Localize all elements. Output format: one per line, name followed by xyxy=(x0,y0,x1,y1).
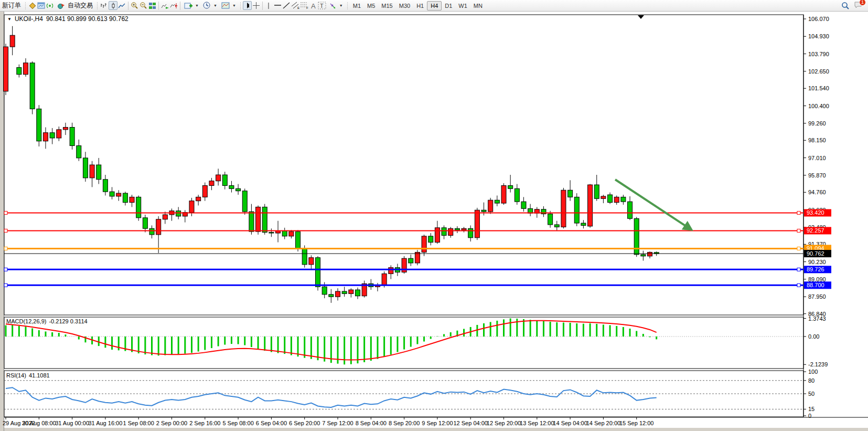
timeframe-d1[interactable]: D1 xyxy=(442,1,455,10)
new-order-label: 新订单 xyxy=(2,1,21,10)
periods-button[interactable]: ▼ xyxy=(201,1,219,11)
svg-text:100.400: 100.400 xyxy=(808,103,829,109)
svg-text:89.726: 89.726 xyxy=(807,266,824,272)
svg-text:8 Sep 04:00: 8 Sep 04:00 xyxy=(356,420,387,426)
chevron-down-icon: ▼ xyxy=(339,4,343,7)
svg-text:102.650: 102.650 xyxy=(808,68,829,75)
svg-text:104.930: 104.930 xyxy=(808,33,829,39)
time-axis[interactable]: 29 Aug 202230 Aug 08:0031 Aug 00:0031 Au… xyxy=(3,417,653,426)
crosshair-icon[interactable] xyxy=(252,1,261,10)
svg-text:1 Sep 08:00: 1 Sep 08:00 xyxy=(123,420,154,426)
svg-text:89.090: 89.090 xyxy=(808,276,826,282)
tile-windows-icon[interactable] xyxy=(148,1,157,10)
svg-text:87.950: 87.950 xyxy=(808,293,826,300)
templates-button[interactable]: ▼ xyxy=(219,1,238,11)
line-chart-icon[interactable] xyxy=(117,1,126,10)
fibonacci-icon[interactable]: F xyxy=(300,1,309,10)
cursor-icon[interactable] xyxy=(243,1,252,10)
auto-trading-label: 自动交易 xyxy=(68,1,93,10)
timeframe-h4[interactable]: H4 xyxy=(427,1,442,10)
svg-text:50: 50 xyxy=(808,391,815,397)
svg-text:5 Sep 08:00: 5 Sep 08:00 xyxy=(222,420,253,426)
chart-canvas[interactable]: 106.070104.930103.790102.650101.540100.4… xyxy=(0,12,868,431)
svg-text:97.010: 97.010 xyxy=(808,155,826,161)
svg-text:93.420: 93.420 xyxy=(807,209,824,216)
auto-trading-icon xyxy=(57,1,66,10)
svg-text:101.540: 101.540 xyxy=(808,85,829,91)
svg-text:T: T xyxy=(320,3,324,9)
svg-text:31 Aug 00:00: 31 Aug 00:00 xyxy=(55,420,89,426)
svg-text:14 Sep 20:00: 14 Sep 20:00 xyxy=(586,420,620,426)
text-label-icon[interactable]: T xyxy=(318,1,327,10)
candlestick-chart-icon[interactable] xyxy=(109,1,117,10)
new-order-button[interactable]: 新订单 xyxy=(0,1,23,11)
text-icon[interactable]: A xyxy=(309,1,318,10)
svg-text:13 Sep 12:00: 13 Sep 12:00 xyxy=(520,420,554,426)
equidistant-channel-icon[interactable]: E xyxy=(291,1,300,10)
charts-cascade-icon[interactable] xyxy=(28,1,37,10)
svg-text:31 Aug 16:00: 31 Aug 16:00 xyxy=(88,420,122,426)
svg-text:8 Sep 20:00: 8 Sep 20:00 xyxy=(389,420,420,426)
toolbar-grip xyxy=(96,2,99,10)
symbol-label: UKOil-,H4 xyxy=(15,15,43,23)
zoom-in-icon[interactable] xyxy=(130,1,139,10)
macd-name: MACD(12,26,9) xyxy=(6,318,46,324)
new-chart-button[interactable]: ▼ xyxy=(182,1,201,11)
chevron-down-icon: ▼ xyxy=(232,4,236,7)
svg-text:80: 80 xyxy=(808,377,815,384)
main-toolbar: 新订单 自动交易 ▼ xyxy=(0,0,868,12)
timeframe-h1[interactable]: H1 xyxy=(413,1,427,10)
svg-text:90.762: 90.762 xyxy=(807,250,824,257)
svg-text:88.700: 88.700 xyxy=(807,282,824,288)
svg-text:94.760: 94.760 xyxy=(808,189,826,195)
macd-indicator-label: MACD(12,26,9) -0.2129 0.3114 xyxy=(6,318,88,324)
timeframe-m30[interactable]: M30 xyxy=(396,1,413,10)
timeframe-m15[interactable]: M15 xyxy=(378,1,395,10)
timeframe-mn[interactable]: MN xyxy=(470,1,486,10)
auto-trading-button[interactable]: 自动交易 xyxy=(55,1,95,11)
symbol-dropdown-icon[interactable]: ▼ xyxy=(7,17,12,22)
trendline-icon[interactable] xyxy=(282,1,291,10)
toolbar-grip xyxy=(24,2,27,10)
svg-text:A: A xyxy=(311,2,316,9)
rsi-indicator-label: RSI(14) 41.1081 xyxy=(6,372,50,379)
chevron-down-icon: ▼ xyxy=(195,4,199,7)
svg-text:F: F xyxy=(306,6,308,9)
svg-text:15 Sep 12:00: 15 Sep 12:00 xyxy=(619,420,653,426)
vertical-line-icon[interactable] xyxy=(264,1,273,10)
rsi-name: RSI(14) xyxy=(6,372,26,379)
svg-text:99.260: 99.260 xyxy=(808,120,826,127)
signals-icon[interactable] xyxy=(46,1,55,10)
zoom-out-icon[interactable] xyxy=(139,1,148,10)
svg-text:30 Aug 08:00: 30 Aug 08:00 xyxy=(22,420,56,426)
svg-text:14 Sep 04:00: 14 Sep 04:00 xyxy=(553,420,587,426)
toolbar-grip xyxy=(346,2,349,10)
timeframe-w1[interactable]: W1 xyxy=(455,1,470,10)
notifications-button[interactable]: 1 xyxy=(854,1,863,10)
svg-text:2 Sep 16:00: 2 Sep 16:00 xyxy=(189,420,220,426)
horizontal-line-icon[interactable] xyxy=(273,1,282,10)
new-window-icon[interactable] xyxy=(37,1,46,10)
svg-text:90.230: 90.230 xyxy=(808,259,826,265)
auto-scroll-icon[interactable] xyxy=(160,1,169,10)
svg-text:6 Sep 20:00: 6 Sep 20:00 xyxy=(289,420,320,426)
svg-text:100: 100 xyxy=(808,369,818,375)
svg-text:12 Sep 20:00: 12 Sep 20:00 xyxy=(487,420,521,426)
svg-text:0.00: 0.00 xyxy=(808,333,819,340)
arrows-tool-button[interactable]: ▼ xyxy=(327,1,345,11)
chart-window: ▼ UKOil-,H4 90.841 90.899 90.613 90.762 … xyxy=(0,12,868,431)
svg-text:95.870: 95.870 xyxy=(808,172,826,178)
svg-text:6 Sep 04:00: 6 Sep 04:00 xyxy=(256,420,287,426)
notification-badge: 1 xyxy=(859,0,866,6)
svg-text:2 Sep 00:00: 2 Sep 00:00 xyxy=(156,420,187,426)
chart-shift-icon[interactable] xyxy=(169,1,178,10)
symbol-readout[interactable]: ▼ UKOil-,H4 90.841 90.899 90.613 90.762 xyxy=(7,15,128,23)
svg-text:0: 0 xyxy=(808,413,811,419)
search-icon[interactable] xyxy=(841,1,850,10)
svg-text:92.257: 92.257 xyxy=(807,227,824,234)
svg-text:-2.1239: -2.1239 xyxy=(808,361,828,367)
bar-chart-icon[interactable] xyxy=(100,1,109,10)
timeframe-m5[interactable]: M5 xyxy=(364,1,378,10)
svg-text:9 Sep 12:00: 9 Sep 12:00 xyxy=(422,420,453,426)
timeframe-m1[interactable]: M1 xyxy=(350,1,364,10)
